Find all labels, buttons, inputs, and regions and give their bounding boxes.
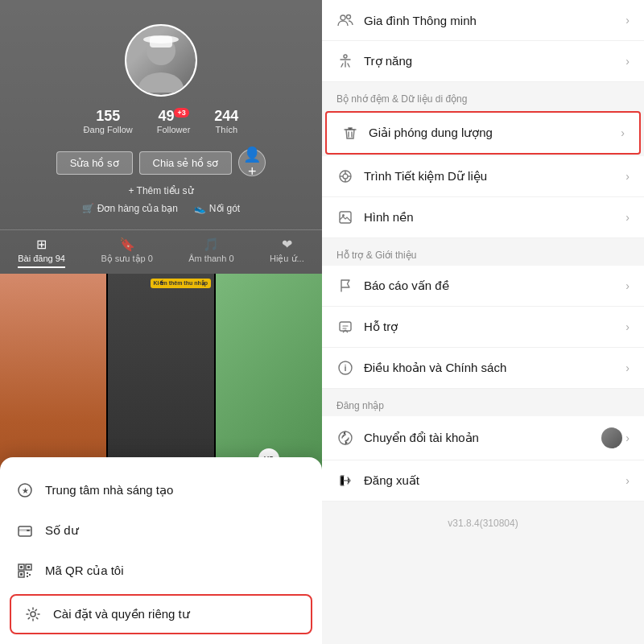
- settings-item-terms[interactable]: i Điều khoản và Chính sách ›: [322, 348, 644, 389]
- wallet-icon: [16, 522, 34, 539]
- tab-audio[interactable]: 🎵 Âm thanh 0: [188, 237, 233, 268]
- trash-icon: [341, 124, 359, 142]
- logout-icon: [336, 472, 354, 489]
- add-person-icon: 👤+: [239, 146, 265, 180]
- logout-label: Đăng xuất: [364, 473, 625, 488]
- support-icon: [336, 318, 354, 336]
- tab-effects[interactable]: ❤ Hiệu ứ...: [270, 237, 304, 268]
- menu-item-balance[interactable]: Số dư: [0, 510, 322, 551]
- switch-account-icon: [336, 429, 354, 447]
- settings-item-switch-account[interactable]: Chuyển đổi tài khoản ›: [322, 416, 644, 460]
- bottom-menu: ★ Trung tâm nhà sáng tạo Số dư: [0, 457, 322, 644]
- terms-label: Điều khoản và Chính sách: [364, 361, 625, 375]
- chevron-icon-switch: ›: [625, 431, 630, 444]
- settings-item-logout[interactable]: Đăng xuất ›: [322, 460, 644, 502]
- follower-label: Follower: [157, 125, 191, 134]
- svg-text:★: ★: [22, 486, 29, 495]
- menu-item-qr[interactable]: Mã QR của tôi: [0, 551, 322, 591]
- heart-icon: ❤: [282, 237, 292, 252]
- chevron-icon-accessibility: ›: [625, 55, 630, 68]
- likes-label: Thích: [214, 125, 238, 134]
- data-saver-label: Trình Tiết kiệm Dữ liệu: [364, 169, 625, 184]
- flag-icon: [336, 277, 354, 295]
- settings-item-free-storage[interactable]: Giải phóng dung lượng ›: [325, 111, 641, 155]
- stat-likes: 244 Thích: [214, 109, 238, 134]
- chevron-icon-datasaver: ›: [625, 170, 630, 183]
- svg-rect-15: [27, 572, 28, 574]
- grid-icon: ⊞: [36, 237, 47, 252]
- switch-account-label: Chuyển đổi tài khoản: [364, 431, 597, 445]
- info-icon: i: [336, 359, 354, 377]
- avatar: [125, 24, 197, 97]
- user-avatar-small: [601, 427, 622, 448]
- shoes-link[interactable]: 👟 Nối gót: [194, 203, 240, 214]
- menu-item-creator[interactable]: ★ Trung tâm nhà sáng tạo: [0, 470, 322, 510]
- svg-rect-14: [20, 573, 23, 576]
- section-header-login: Đăng nhập: [322, 389, 644, 416]
- svg-point-29: [342, 214, 345, 217]
- bio-row[interactable]: + Thêm tiểu sử: [0, 185, 322, 196]
- action-row: Sửa hồ sơ Chia sẻ hồ sơ 👤+: [0, 149, 322, 176]
- free-storage-label: Giải phóng dung lượng: [369, 126, 621, 140]
- follower-count: 49+3: [157, 109, 191, 123]
- section-header-storage: Bộ nhớ đệm & Dữ liệu di động: [322, 82, 644, 109]
- stats-row: 155 Đang Follow 49+3 Follower 244 Thích: [0, 109, 322, 134]
- accessibility-label: Trợ năng: [364, 54, 625, 68]
- tab-posts[interactable]: ⊞ Bài đăng 94: [18, 237, 65, 268]
- menu-balance-label: Số dư: [45, 523, 79, 538]
- family-icon: [336, 11, 354, 29]
- svg-rect-28: [340, 212, 351, 223]
- svg-text:i: i: [344, 363, 346, 373]
- report-label: Báo cáo vấn đề: [364, 279, 625, 293]
- tab-collection-label: Bộ sưu tập 0: [101, 254, 152, 264]
- add-friend-button[interactable]: 👤+: [238, 149, 266, 176]
- accessibility-icon: [336, 52, 354, 70]
- settings-item-accessibility[interactable]: Trợ năng ›: [322, 41, 644, 82]
- svg-rect-16: [29, 574, 31, 576]
- menu-item-settings[interactable]: Cài đặt và quyền riêng tư: [10, 594, 312, 634]
- svg-point-23: [343, 174, 348, 179]
- tabs-row: ⊞ Bài đăng 94 🔖 Bộ sưu tập 0 🎵 Âm thanh …: [0, 229, 322, 268]
- data-saver-icon: [336, 167, 354, 185]
- following-label: Đang Follow: [84, 125, 133, 134]
- share-profile-button[interactable]: Chia sẻ hồ sơ: [139, 151, 233, 175]
- cart-icon: 🛒: [82, 203, 94, 214]
- chevron-icon-support: ›: [625, 320, 630, 333]
- star-icon: ★: [16, 481, 34, 499]
- chevron-icon-report: ›: [625, 279, 630, 292]
- stat-following: 155 Đang Follow: [84, 109, 133, 134]
- shoes-label: Nối gót: [209, 203, 240, 214]
- orders-link[interactable]: 🛒 Đơn hàng của bạn: [82, 203, 178, 214]
- settings-item-data-saver[interactable]: Trình Tiết kiệm Dữ liệu ›: [322, 156, 644, 197]
- tab-collection[interactable]: 🔖 Bộ sưu tập 0: [101, 237, 152, 268]
- left-panel: 155 Đang Follow 49+3 Follower 244 Thích …: [0, 0, 322, 644]
- settings-item-report[interactable]: Báo cáo vấn đề ›: [322, 266, 644, 307]
- menu-settings-label: Cài đặt và quyền riêng tư: [53, 607, 190, 621]
- settings-list: Gia đình Thông minh › Trợ năng › Bộ nhớ …: [322, 0, 644, 545]
- settings-item-family[interactable]: Gia đình Thông minh ›: [322, 0, 644, 41]
- section-header-support: Hỗ trợ & Giới thiệu: [322, 238, 644, 266]
- tab-effects-label: Hiệu ứ...: [270, 254, 304, 264]
- edit-profile-button[interactable]: Sửa hồ sơ: [56, 151, 133, 175]
- tab-posts-label: Bài đăng 94: [18, 254, 65, 263]
- follower-badge: +3: [174, 108, 188, 118]
- svg-point-21: [344, 55, 347, 58]
- settings-item-support[interactable]: Hỗ trợ ›: [322, 307, 644, 348]
- svg-rect-12: [20, 566, 23, 568]
- svg-rect-13: [27, 566, 30, 568]
- svg-point-20: [347, 15, 351, 19]
- svg-rect-8: [27, 530, 30, 531]
- chevron-icon-logout: ›: [625, 474, 630, 487]
- likes-count: 244: [214, 109, 238, 123]
- profile-background: 155 Đang Follow 49+3 Follower 244 Thích …: [0, 0, 322, 274]
- menu-qr-label: Mã QR của tôi: [45, 564, 124, 578]
- gear-icon: [24, 605, 42, 623]
- support-label: Hỗ trợ: [364, 320, 625, 334]
- qr-icon: [16, 562, 34, 580]
- chevron-icon-storage: ›: [621, 126, 625, 139]
- settings-item-wallpaper[interactable]: Hình nền ›: [322, 197, 644, 238]
- music-icon: 🎵: [203, 237, 219, 252]
- shoe-icon: 👟: [194, 203, 206, 214]
- svg-rect-3: [150, 36, 172, 47]
- bio-text: + Thêm tiểu sử: [128, 185, 193, 196]
